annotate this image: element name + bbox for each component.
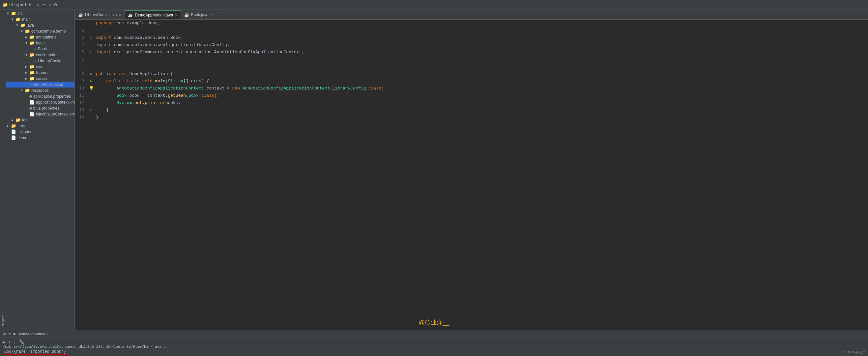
run-tab[interactable]: ▶ DemoApplication × xyxy=(13,332,48,336)
tree-item-event[interactable]: ▶ 📁 event xyxy=(6,64,74,70)
tree-item-main[interactable]: ▼ 📁 main xyxy=(6,16,74,22)
tab-label: Book.java xyxy=(191,12,209,17)
tree-item-injectValueContext.xml[interactable]: 📄 injectValueContext.xml xyxy=(6,111,74,117)
tree-item-resources[interactable]: ▼ 📁 resources xyxy=(6,87,74,94)
tree-item-blue.properties[interactable]: ⚙ blue.properties xyxy=(6,105,74,111)
tab-java-icon: ☕ xyxy=(78,12,83,17)
tree-arrow: ▶ xyxy=(25,71,29,75)
tab-close-icon[interactable]: × xyxy=(210,13,212,17)
code-content: package com.example.demo; xyxy=(95,20,868,27)
run-tab-close[interactable]: × xyxy=(46,332,48,335)
file-label: bean xyxy=(36,41,45,45)
tree-item-Book[interactable]: ☕ Book xyxy=(6,46,74,52)
file-icon: 📁 xyxy=(29,70,35,75)
run-label: Run: xyxy=(3,332,11,336)
file-label: resources xyxy=(31,88,49,93)
code-line-9[interactable]: 9 ▶ public static void main(String[] arg… xyxy=(75,78,868,85)
file-icon: 📁 xyxy=(11,123,16,129)
code-line-1[interactable]: 1 package com.example.demo; xyxy=(75,20,868,27)
tree-item-application.properties[interactable]: ⚙ application.properties xyxy=(6,94,74,99)
file-icon: 📁 xyxy=(11,11,16,16)
wrench-button[interactable]: 🔧 xyxy=(19,339,24,345)
line-number: 9 xyxy=(75,78,88,85)
tab-LibraryConfig[interactable]: ☕ LibraryConfig.java × xyxy=(75,10,125,20)
tree-item-test[interactable]: ▶ 📁 test xyxy=(6,117,74,123)
tree-item-service[interactable]: ▶ 📁 service xyxy=(6,76,74,81)
line-gutter: ⊟ xyxy=(88,49,95,56)
title-bar: 📁 Project ▼ ⊕ ☰ ⊟ ⚙ xyxy=(0,0,868,10)
file-icon: ☕ xyxy=(29,82,32,87)
vertical-project-label: Project xyxy=(0,10,6,330)
tree-item-configuration[interactable]: ▼ 📁 configuration xyxy=(6,52,74,58)
tree-item-applicationContext.xml[interactable]: 📄 applicationContext.xml xyxy=(6,99,74,105)
line-number: 11 xyxy=(75,92,88,99)
file-label: applicationContext.xml xyxy=(36,100,74,105)
file-icon: ⚙ xyxy=(29,94,32,99)
bottom-panel: Run: ▶ DemoApplication × ▶ ↑ ↓ 🔧 /Librar… xyxy=(0,330,868,356)
scroll-up-button[interactable]: ↑ xyxy=(8,340,10,345)
code-line-13[interactable]: 13 ⊟ } xyxy=(75,107,868,114)
tree-item-java[interactable]: ▼ 📁 java xyxy=(6,22,74,28)
tab-close-icon[interactable]: × xyxy=(119,13,121,17)
code-line-11[interactable]: 11 Book book = context.getBean(Book.clas… xyxy=(75,92,868,99)
run-arrow-icon: ▶ xyxy=(90,70,92,78)
tree-item-.gitignore[interactable]: 📄 .gitignore xyxy=(6,129,74,135)
tree-item-target[interactable]: ▶ 📁 target xyxy=(6,123,74,129)
tab-close-icon[interactable]: × xyxy=(175,13,177,17)
code-line-6[interactable]: 6 xyxy=(75,56,868,63)
tree-item-annotations[interactable]: ▶ 📁 annotations xyxy=(6,34,74,40)
code-line-4[interactable]: 4 import com.example.demo.configuration.… xyxy=(75,41,868,49)
line-number: 6 xyxy=(75,56,88,63)
project-sidebar: ▼ 📁 src ▼ 📁 main ▼ 📁 java ▼ 📁 com.exampl… xyxy=(6,10,75,330)
tree-item-bean[interactable]: ▼ 📁 bean xyxy=(6,40,74,46)
tree-arrow: ▶ xyxy=(25,65,29,69)
file-label: demo.iml xyxy=(18,136,34,140)
filter-icon[interactable]: ⊟ xyxy=(49,2,52,7)
file-label: injectValueContext.xml xyxy=(36,112,74,116)
tab-DemoApplication[interactable]: ☕ DemoApplication.java × xyxy=(125,10,181,20)
tree-item-src[interactable]: ▼ 📁 src xyxy=(6,10,74,16)
file-label: LibraryConfig xyxy=(38,59,61,63)
line-number: 14 xyxy=(75,114,88,121)
code-line-2[interactable]: 2 xyxy=(75,27,868,34)
file-icon: 📄 xyxy=(29,100,35,105)
code-line-10[interactable]: 10 💡 AnnotationConfigApplicationContext … xyxy=(75,85,868,92)
code-content: import com.example.demo.bean.Book; xyxy=(95,34,868,41)
crosshair-icon[interactable]: ⊕ xyxy=(36,2,39,7)
toolbar-icons: ⊕ ☰ ⊟ ⚙ xyxy=(36,2,57,7)
project-menu[interactable]: 📁 Project ▼ xyxy=(3,2,31,7)
bulb-icon: 💡 xyxy=(89,85,94,92)
play-button[interactable]: ▶ xyxy=(3,339,5,345)
code-line-12[interactable]: 12 System.out.println(book); xyxy=(75,99,868,107)
line-number: 3 xyxy=(75,34,88,41)
file-label: blue.properties xyxy=(33,106,59,111)
file-icon: 📄 xyxy=(11,135,16,141)
gear-icon[interactable]: ⚙ xyxy=(54,2,57,7)
line-number: 12 xyxy=(75,99,88,107)
tree-item-com.example.demo[interactable]: ▼ 📁 com.example.demo xyxy=(6,28,74,34)
line-number: 7 xyxy=(75,63,88,70)
file-label: DemoApplication xyxy=(33,82,63,87)
code-content: import com.example.demo.configuration.Li… xyxy=(95,41,868,49)
tab-Book[interactable]: ☕ Book.java × xyxy=(181,10,216,20)
tree-item-LibraryConfig[interactable]: ☕ LibraryConfig xyxy=(6,58,74,64)
scroll-down-button[interactable]: ↓ xyxy=(13,340,16,345)
line-number: 5 xyxy=(75,49,88,56)
tree-item-demo.iml[interactable]: 📄 demo.iml xyxy=(6,135,74,141)
code-line-8[interactable]: 8 ▶ public class DemoApplication { xyxy=(75,70,868,78)
code-content: } xyxy=(95,107,868,114)
code-content: import org.springframework.context.annot… xyxy=(95,49,868,56)
editor-area: ☕ LibraryConfig.java × ☕ DemoApplication… xyxy=(75,10,868,330)
code-editor[interactable]: 1 package com.example.demo; 2 3 ⊟ import… xyxy=(75,20,868,330)
code-line-3[interactable]: 3 ⊟ import com.example.demo.bean.Book; xyxy=(75,34,868,41)
code-content: Book book = context.getBean(Book.class); xyxy=(95,92,868,99)
code-line-14[interactable]: 14 } xyxy=(75,114,868,121)
file-icon: 📄 xyxy=(11,129,16,135)
line-gutter: ▶ xyxy=(88,78,95,85)
tree-item-listener[interactable]: ▶ 📁 listener xyxy=(6,70,74,76)
tree-item-DemoApplication[interactable]: ☕ DemoApplication xyxy=(6,81,74,87)
code-line-7[interactable]: 7 xyxy=(75,63,868,70)
list-icon[interactable]: ☰ xyxy=(42,2,46,7)
tree-arrow: ▼ xyxy=(25,41,29,45)
code-line-5[interactable]: 5 ⊟ import org.springframework.context.a… xyxy=(75,49,868,56)
